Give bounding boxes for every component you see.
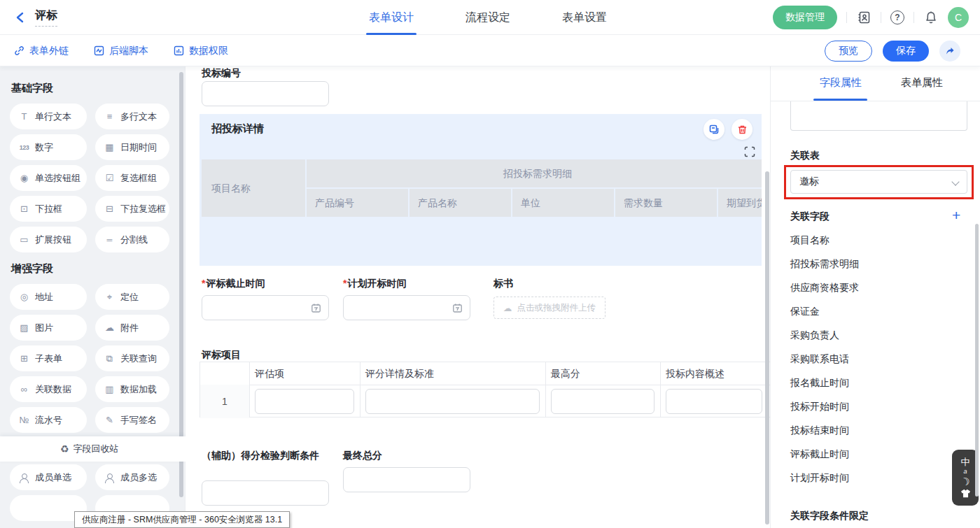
- field-attachment[interactable]: ☁附件: [95, 315, 169, 341]
- related-table-label: 关联表: [790, 150, 820, 162]
- related-field-item[interactable]: 项目名称: [790, 234, 830, 247]
- data-permission-link[interactable]: 数据权限: [174, 45, 228, 57]
- final-score-input[interactable]: [343, 467, 470, 492]
- translate-sub-icon: a: [963, 469, 967, 474]
- bid-no-input[interactable]: [202, 81, 329, 106]
- radio-icon: ◉: [19, 173, 29, 183]
- sidebar-scrollbar[interactable]: [179, 72, 183, 497]
- back-icon[interactable]: [14, 11, 27, 24]
- calendar-icon: [311, 303, 321, 313]
- tab-flow-settings[interactable]: 流程设定: [465, 0, 510, 35]
- field-select[interactable]: ⊡下拉框: [10, 196, 87, 222]
- browser-tab-tooltip: 供应商注册 - SRM供应商管理 - 360安全浏览器 13.1: [74, 511, 290, 528]
- field-signature[interactable]: ✎手写签名: [95, 407, 169, 433]
- header-score-detail: 评分详情及标准: [365, 362, 434, 385]
- properties-panel: 字段属性 表单属性 关联表 邀标 关联字段 + 项目名称 招投标需求明细 供应商…: [770, 66, 980, 528]
- field-multi-line-text[interactable]: ≡多行文本: [95, 104, 169, 129]
- save-button[interactable]: 保存: [883, 41, 929, 62]
- tab-form-design[interactable]: 表单设计: [369, 0, 414, 35]
- extend-button-icon: ▭: [19, 234, 29, 245]
- bid-summary-input[interactable]: [666, 389, 762, 414]
- tab-form-settings[interactable]: 表单设置: [562, 0, 607, 35]
- header-tabs: 表单设计 流程设定 表单设置: [369, 0, 607, 35]
- field-checkbox-group[interactable]: ☑复选框组: [95, 165, 169, 191]
- aux-condition-input[interactable]: [202, 480, 329, 506]
- field-multi-select[interactable]: ⊟下拉复选框: [95, 196, 169, 222]
- field-radio-group[interactable]: ◉单选按钮组: [10, 165, 87, 191]
- duplicate-button[interactable]: [704, 119, 724, 140]
- tab-form-properties[interactable]: 表单属性: [901, 76, 943, 90]
- table-border: [200, 385, 770, 385]
- field-member-single[interactable]: 成员单选: [10, 464, 87, 490]
- row-number: 1: [200, 385, 249, 418]
- address-book-icon[interactable]: [856, 10, 872, 25]
- field-config-textarea[interactable]: [790, 101, 967, 131]
- eval-item-input[interactable]: [255, 389, 354, 414]
- field-extend-button[interactable]: ▭扩展按钮: [10, 227, 87, 252]
- related-field-item[interactable]: 采购负责人: [790, 329, 839, 342]
- section-enhanced-fields: 增强字段: [11, 262, 185, 276]
- related-field-item[interactable]: 供应商资格要求: [790, 282, 859, 294]
- preview-button[interactable]: 预览: [825, 41, 872, 62]
- field-image[interactable]: ▨图片: [10, 315, 87, 341]
- avatar[interactable]: C: [948, 7, 969, 28]
- detail-col-expected: 期望到货: [718, 189, 762, 217]
- field-address[interactable]: ◎地址: [10, 284, 87, 310]
- form-external-link[interactable]: 表单外链: [14, 45, 69, 57]
- detail-col-unit: 单位: [512, 189, 614, 217]
- bid-doc-upload[interactable]: ☁ 点击或拖拽附件上传: [493, 297, 606, 319]
- related-table-select[interactable]: 邀标: [790, 170, 967, 194]
- help-icon[interactable]: ?: [890, 10, 904, 24]
- related-field-item[interactable]: 投标开始时间: [790, 401, 849, 413]
- bid-detail-section[interactable]: 招投标详情 项目名称 招投标需求明细 产品编号 产品名称 单位: [200, 114, 762, 266]
- panel-scrollbar[interactable]: [975, 224, 979, 497]
- field-divider[interactable]: ═分割线: [95, 227, 169, 252]
- related-field-item[interactable]: 招投标需求明细: [790, 258, 859, 271]
- detail-col-product-no: 产品编号: [307, 189, 408, 217]
- related-field-item[interactable]: 计划开标时间: [790, 472, 849, 485]
- translate-icon[interactable]: 中: [961, 457, 970, 466]
- score-detail-input[interactable]: [365, 389, 540, 414]
- field-member-multi[interactable]: 成员多选: [95, 464, 169, 490]
- max-score-input[interactable]: [551, 389, 654, 414]
- expand-selection-icon[interactable]: [744, 146, 755, 157]
- field-number[interactable]: 123数字: [10, 134, 87, 160]
- eval-deadline-input[interactable]: [202, 295, 329, 320]
- field-related-data[interactable]: ∞关联数据: [10, 376, 87, 402]
- related-field-item[interactable]: 投标结束时间: [790, 424, 849, 437]
- add-related-field-button[interactable]: +: [952, 208, 960, 222]
- canvas-scrollbar[interactable]: [765, 171, 769, 525]
- related-field-item[interactable]: 报名截止时间: [790, 377, 849, 390]
- subform-icon: ⊞: [19, 353, 29, 364]
- field-related-query[interactable]: ⧉关联查询: [95, 345, 169, 371]
- field-single-line-text[interactable]: T单行文本: [10, 104, 87, 129]
- select-icon: ⊡: [19, 204, 29, 214]
- field-datetime[interactable]: ▦日期时间: [95, 134, 169, 160]
- trash-icon: [737, 124, 748, 135]
- open-time-label: *计划开标时间: [343, 278, 406, 290]
- field-location[interactable]: ⌖定位: [95, 284, 169, 310]
- field-serial-number[interactable]: №流水号: [10, 407, 87, 433]
- skin-shirt-icon[interactable]: [960, 489, 971, 498]
- share-button[interactable]: [939, 41, 960, 62]
- field-data-load[interactable]: ▥数据加载: [95, 376, 169, 402]
- tab-field-properties[interactable]: 字段属性: [820, 76, 862, 90]
- bell-icon[interactable]: [923, 10, 939, 25]
- section-basic-fields: 基础字段: [11, 82, 185, 95]
- related-field-item[interactable]: 保证金: [790, 306, 820, 318]
- related-field-item[interactable]: 采购联系电话: [790, 353, 849, 366]
- data-manage-button[interactable]: 数据管理: [773, 6, 837, 29]
- backend-script-link[interactable]: 后端脚本: [94, 45, 148, 57]
- night-mode-icon[interactable]: ☽: [960, 476, 972, 488]
- field-subform[interactable]: ⊞子表单: [10, 345, 87, 371]
- related-field-item[interactable]: 评标截止时间: [790, 448, 849, 461]
- field-recycle-bin[interactable]: ♻ 字段回收站: [0, 436, 186, 462]
- form-title[interactable]: 评标: [35, 8, 57, 27]
- open-time-input[interactable]: [343, 295, 470, 320]
- top-header: 评标 表单设计 流程设定 表单设置 数据管理 ?: [0, 0, 980, 35]
- calendar-icon: [452, 303, 463, 313]
- delete-button[interactable]: [732, 119, 752, 140]
- signature-pen-icon: ✎: [104, 415, 115, 425]
- link-icon: [14, 45, 24, 56]
- chevron-down-icon: [951, 178, 959, 185]
